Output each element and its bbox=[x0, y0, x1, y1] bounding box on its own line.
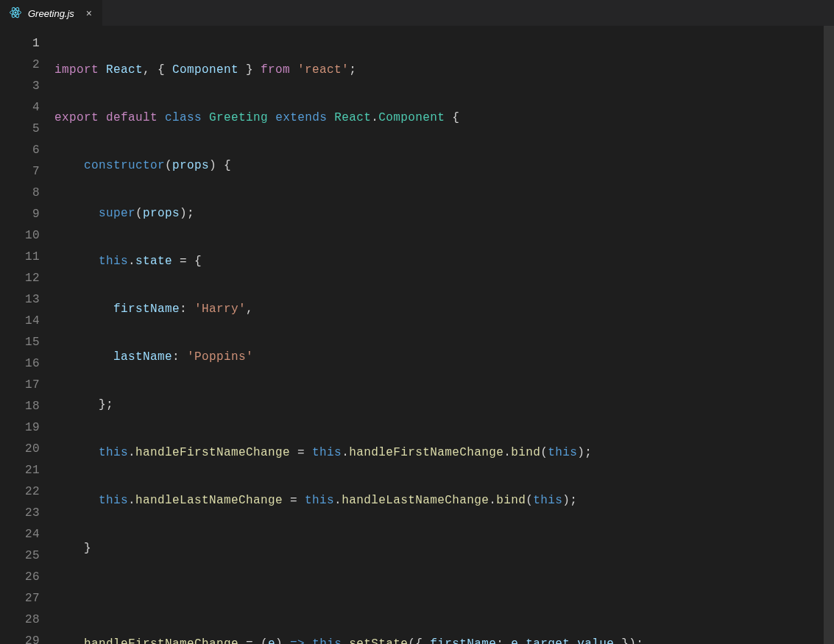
line-number: 13 bbox=[0, 289, 40, 311]
line-number: 3 bbox=[0, 76, 40, 97]
code-line: import React, { Component } from 'react'… bbox=[54, 60, 828, 81]
line-number: 27 bbox=[0, 588, 40, 609]
line-number: 19 bbox=[0, 417, 40, 439]
code-line: export default class Greeting extends Re… bbox=[54, 107, 828, 129]
line-number: 26 bbox=[0, 567, 40, 588]
code-line: } bbox=[54, 538, 828, 559]
line-number: 16 bbox=[0, 353, 40, 375]
line-number: 2 bbox=[0, 54, 40, 76]
code-line: this.handleFirstNameChange = this.handle… bbox=[54, 442, 828, 464]
line-number: 24 bbox=[0, 524, 40, 545]
line-number: 22 bbox=[0, 481, 40, 503]
editor-area[interactable]: 1234567891011121314151617181920212223242… bbox=[0, 26, 834, 644]
line-number: 9 bbox=[0, 204, 40, 225]
line-number: 7 bbox=[0, 161, 40, 183]
code-line: handleFirstNameChange = (e) => this.setS… bbox=[54, 634, 828, 644]
code-line: firstName: 'Harry', bbox=[54, 299, 828, 320]
tab-greeting-js[interactable]: Greeting.js × bbox=[0, 0, 102, 26]
code-line bbox=[54, 586, 828, 607]
line-number: 10 bbox=[0, 225, 40, 247]
code-line: lastName: 'Poppins' bbox=[54, 347, 828, 368]
scrollbar-thumb[interactable] bbox=[824, 26, 834, 644]
tab-bar: Greeting.js × bbox=[0, 0, 834, 26]
code-line: super(props); bbox=[54, 203, 828, 224]
line-number: 25 bbox=[0, 545, 40, 567]
line-number: 18 bbox=[0, 396, 40, 417]
line-number: 14 bbox=[0, 311, 40, 332]
line-number: 28 bbox=[0, 609, 40, 631]
vertical-scrollbar[interactable] bbox=[824, 26, 834, 644]
line-number: 29 bbox=[0, 631, 40, 644]
svg-point-0 bbox=[15, 11, 17, 13]
code-line: }; bbox=[54, 394, 828, 416]
close-icon[interactable]: × bbox=[83, 7, 95, 19]
line-number: 1 bbox=[0, 33, 40, 54]
code-line: this.state = { bbox=[54, 251, 828, 272]
react-icon bbox=[9, 6, 22, 21]
line-number: 15 bbox=[0, 332, 40, 353]
code-line: this.handleLastNameChange = this.handleL… bbox=[54, 490, 828, 512]
code-line: constructor(props) { bbox=[54, 155, 828, 177]
line-number: 8 bbox=[0, 183, 40, 204]
line-number: 6 bbox=[0, 140, 40, 161]
code-content[interactable]: import React, { Component } from 'react'… bbox=[54, 33, 834, 644]
line-number: 11 bbox=[0, 247, 40, 268]
line-number: 12 bbox=[0, 268, 40, 289]
tab-filename: Greeting.js bbox=[28, 8, 74, 19]
line-number: 21 bbox=[0, 460, 40, 481]
line-number: 20 bbox=[0, 439, 40, 460]
line-number: 17 bbox=[0, 375, 40, 396]
line-number: 23 bbox=[0, 503, 40, 524]
line-number: 5 bbox=[0, 118, 40, 140]
line-number-gutter: 1234567891011121314151617181920212223242… bbox=[0, 33, 54, 644]
line-number: 4 bbox=[0, 97, 40, 118]
